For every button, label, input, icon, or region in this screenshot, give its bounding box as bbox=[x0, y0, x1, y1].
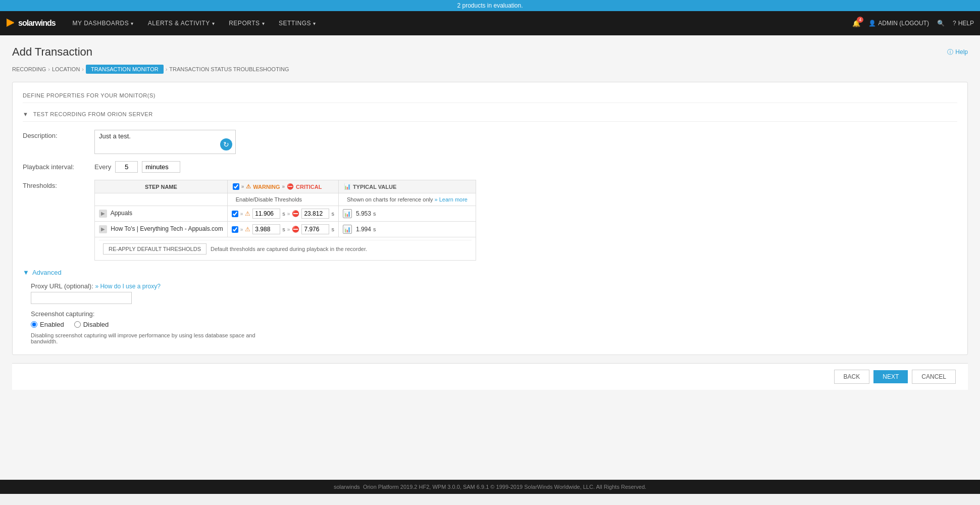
step-name-cell: ▶ How To's | Everything Tech - Appuals.c… bbox=[95, 222, 228, 237]
warning-value-input[interactable] bbox=[252, 209, 280, 219]
thresholds-control: STEP NAME » ⚠ WARNING » ⛔ bbox=[94, 180, 957, 261]
breadcrumb: RECORDING › LOCATION › TRANSACTION MONIT… bbox=[12, 65, 968, 74]
description-control: Just a test. ↻ bbox=[94, 130, 957, 154]
chart-icon: 📊 bbox=[344, 183, 351, 190]
step-name-cell: ▶ Appuals bbox=[95, 206, 228, 222]
user-menu[interactable]: 👤 ADMIN (LOGOUT) bbox=[868, 20, 929, 27]
action-bar: BACK NEXT CANCEL bbox=[12, 363, 968, 390]
row-warning-checkbox[interactable] bbox=[232, 226, 238, 233]
help-button[interactable]: ? HELP bbox=[953, 20, 974, 27]
typical-cell: 📊 1.994 s bbox=[338, 222, 476, 237]
breadcrumb-troubleshooting[interactable]: TRANSACTION STATUS TROUBLESHOOTING bbox=[169, 66, 289, 72]
breadcrumb-location[interactable]: LOCATION bbox=[52, 66, 80, 72]
warning-arrow: » bbox=[241, 184, 244, 189]
breadcrumb-recording[interactable]: RECORDING bbox=[12, 66, 46, 72]
row-critical-icon: ⛔ bbox=[292, 210, 299, 217]
chevron-down-icon: ▾ bbox=[212, 21, 215, 26]
critical-unit: s bbox=[331, 226, 334, 232]
row-arrow2: » bbox=[287, 227, 290, 232]
refresh-button[interactable]: ↻ bbox=[220, 138, 232, 150]
chevron-down-icon: ▾ bbox=[313, 21, 316, 26]
enable-disable-text-cell: Enable/Disable Thresholds bbox=[227, 193, 338, 206]
enable-disable-cell bbox=[95, 193, 228, 206]
breadcrumb-transaction-monitor[interactable]: TRANSACTION MONITOR bbox=[86, 65, 164, 74]
nav-reports[interactable]: REPORTS ▾ bbox=[222, 11, 272, 35]
typical-value-text: 5.953 bbox=[356, 210, 371, 217]
chevron-down-icon: ▾ bbox=[131, 21, 134, 26]
screenshot-options: Enabled Disabled bbox=[31, 321, 957, 328]
warning-enable-checkbox[interactable] bbox=[233, 183, 239, 190]
playback-number-input[interactable] bbox=[115, 161, 138, 173]
logo-wing-icon: ⯈ bbox=[6, 18, 16, 29]
page-help-link[interactable]: ⓘ Help bbox=[947, 48, 968, 57]
footer-logo-text: solarwinds bbox=[334, 484, 360, 490]
eval-banner: 2 products in evaluation. bbox=[0, 0, 980, 11]
breadcrumb-sep-1: › bbox=[48, 66, 50, 72]
search-button[interactable]: 🔍 bbox=[937, 20, 945, 27]
advanced-label: Advanced bbox=[32, 269, 62, 276]
help-circle-icon: ⓘ bbox=[947, 48, 953, 57]
proxy-url-input[interactable] bbox=[31, 292, 132, 304]
user-icon: 👤 bbox=[868, 20, 876, 27]
screenshot-disabled-option[interactable]: Disabled bbox=[74, 321, 109, 328]
step-name-text: Appuals bbox=[111, 210, 132, 217]
warning-unit: s bbox=[282, 211, 285, 217]
playback-label: Playback interval: bbox=[23, 161, 88, 171]
playback-unit-select[interactable]: minutes bbox=[142, 161, 180, 173]
navbar: ⯈ solarwinds MY DASHBOARDS ▾ ALERTS & AC… bbox=[0, 11, 980, 35]
thresholds-row: Thresholds: STEP NAME » bbox=[23, 180, 957, 261]
row-warning-checkbox[interactable] bbox=[232, 211, 238, 217]
advanced-section: ▼ Advanced Proxy URL (optional): » How d… bbox=[23, 269, 957, 344]
eval-banner-text: 2 products in evaluation. bbox=[457, 2, 523, 9]
row-critical-icon: ⛔ bbox=[292, 226, 299, 233]
proxy-how-to-link[interactable]: » How do I use a proxy? bbox=[95, 283, 160, 290]
chevron-down-icon: ▾ bbox=[262, 21, 265, 26]
typical-chart-icon: 📊 bbox=[343, 209, 352, 218]
screenshot-enabled-option[interactable]: Enabled bbox=[31, 321, 64, 328]
test-recording-title: ▼ TEST RECORDING FROM ORION SERVER bbox=[23, 111, 957, 122]
warning-value-input[interactable] bbox=[252, 224, 280, 234]
playback-row: Playback interval: Every minutes bbox=[23, 161, 957, 173]
step-icon: ▶ bbox=[99, 210, 107, 218]
reapply-button[interactable]: RE-APPLY DEFAULT THRESHOLDS bbox=[103, 243, 207, 255]
row-warning-icon: ⚠ bbox=[245, 226, 250, 233]
description-label: Description: bbox=[23, 130, 88, 139]
define-section-label: DEFINE PROPERTIES FOR YOUR MONITOR(S) bbox=[23, 92, 957, 103]
screenshot-note: Disabling screenshot capturing will impr… bbox=[31, 332, 258, 344]
playback-every-text: Every bbox=[94, 163, 111, 171]
nav-alerts-activity[interactable]: ALERTS & ACTIVITY ▾ bbox=[141, 11, 222, 35]
footer: solarwinds Orion Platform 2019.2 HF2, WP… bbox=[0, 480, 980, 494]
notification-bell[interactable]: 🔔 4 bbox=[852, 20, 860, 27]
step-name-text: How To's | Everything Tech - Appuals.com bbox=[111, 225, 223, 232]
advanced-toggle[interactable]: ▼ Advanced bbox=[23, 269, 957, 276]
critical-unit: s bbox=[331, 211, 334, 217]
next-button[interactable]: NEXT bbox=[873, 370, 908, 383]
cancel-button[interactable]: CANCEL bbox=[912, 370, 956, 384]
breadcrumb-sep-2: › bbox=[82, 66, 84, 72]
notification-badge: 4 bbox=[857, 17, 863, 23]
table-row: ▶ How To's | Everything Tech - Appuals.c… bbox=[95, 222, 476, 237]
main-content: Add Transaction ⓘ Help RECORDING › LOCAT… bbox=[0, 35, 980, 480]
col-typical: 📊 TYPICAL VALUE bbox=[338, 180, 476, 193]
col-warning: » ⚠ WARNING » ⛔ CRITICAL bbox=[227, 180, 338, 193]
typical-unit: s bbox=[373, 226, 376, 232]
learn-more-link[interactable]: » Learn more bbox=[435, 196, 468, 203]
critical-value-input[interactable] bbox=[301, 224, 329, 234]
description-text: Just a test. bbox=[99, 132, 219, 140]
screenshot-enabled-radio[interactable] bbox=[31, 321, 37, 328]
screenshot-disabled-radio[interactable] bbox=[74, 321, 81, 328]
warning-icon: ⚠ bbox=[246, 183, 251, 190]
proxy-label: Proxy URL (optional): » How do I use a p… bbox=[31, 282, 957, 290]
nav-settings[interactable]: SETTINGS ▾ bbox=[272, 11, 323, 35]
shown-on-charts-cell: Shown on charts for reference only » Lea… bbox=[338, 193, 476, 206]
row-arrow: » bbox=[240, 211, 243, 217]
collapse-icon[interactable]: ▼ bbox=[23, 111, 28, 117]
nav-my-dashboards[interactable]: MY DASHBOARDS ▾ bbox=[66, 11, 141, 35]
reapply-note: Default thresholds are captured during p… bbox=[211, 246, 367, 252]
advanced-content: Proxy URL (optional): » How do I use a p… bbox=[23, 282, 957, 344]
logo[interactable]: ⯈ solarwinds bbox=[6, 18, 56, 29]
nav-items: MY DASHBOARDS ▾ ALERTS & ACTIVITY ▾ REPO… bbox=[66, 11, 853, 35]
thresholds-table: STEP NAME » ⚠ WARNING » ⛔ bbox=[94, 180, 476, 261]
critical-value-input[interactable] bbox=[301, 209, 329, 219]
back-button[interactable]: BACK bbox=[834, 370, 870, 384]
